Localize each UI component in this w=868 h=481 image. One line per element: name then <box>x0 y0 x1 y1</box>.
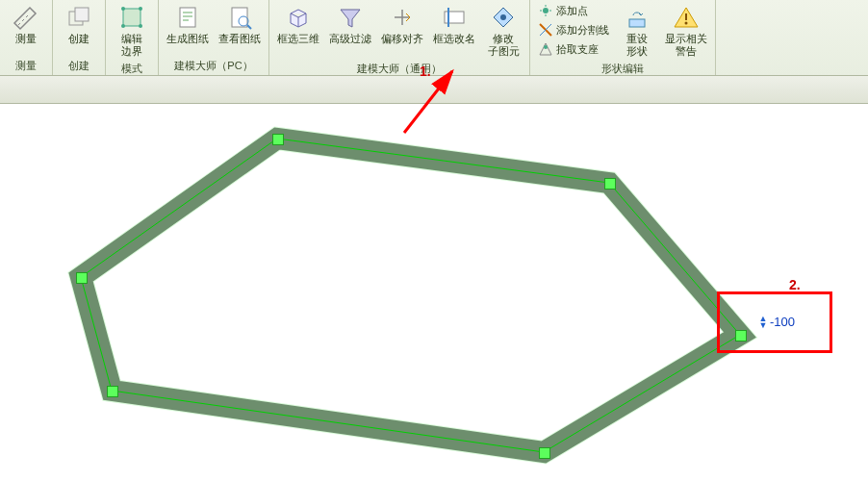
add-point-label: 添加点 <box>556 3 588 18</box>
view-sheet-button[interactable]: 查看图纸 <box>215 2 265 47</box>
group-label-create: 创建 <box>57 57 101 75</box>
view-sheet-label: 查看图纸 <box>218 33 261 45</box>
add-split-button[interactable]: 添加分割线 <box>534 21 613 38</box>
frame-3d-label: 框选三维 <box>277 33 319 45</box>
rename-icon <box>441 4 468 31</box>
edit-boundary-label: 编辑 边界 <box>121 33 142 58</box>
svg-point-4 <box>139 7 142 11</box>
pick-support-label: 拾取支座 <box>556 41 599 57</box>
group-label-pc: 建模大师（PC） <box>163 57 265 75</box>
svg-point-3 <box>121 7 125 11</box>
warn-icon <box>673 4 700 31</box>
svg-point-11 <box>500 14 506 20</box>
measure-icon <box>13 4 39 31</box>
pick-support-icon <box>538 41 553 57</box>
advanced-filter-button[interactable]: 高级过滤 <box>325 2 375 47</box>
svg-rect-2 <box>123 9 140 26</box>
vertex-handle[interactable] <box>604 178 616 190</box>
group-pc: 生成图纸 查看图纸 建模大师（PC） <box>159 0 269 75</box>
svg-rect-1 <box>75 8 89 21</box>
modify-sub-button[interactable]: 修改 子图元 <box>481 2 525 60</box>
frame-rename-label: 框选改名 <box>433 33 475 45</box>
reset-shape-button[interactable]: 重设 形状 <box>615 2 659 60</box>
create-button[interactable]: 创建 <box>57 2 101 47</box>
create-icon <box>65 4 92 31</box>
vertex-handle[interactable] <box>107 386 118 397</box>
stepper-down-icon[interactable]: ▼ <box>759 322 768 329</box>
frame-3d-icon <box>285 4 312 31</box>
edit-boundary-button[interactable]: 编辑 边界 <box>110 2 154 60</box>
create-label: 创建 <box>68 33 89 45</box>
show-warn-button[interactable]: 显示相关 警告 <box>661 2 711 60</box>
add-point-icon <box>538 3 553 18</box>
group-general: 框选三维 高级过滤 偏移对齐 框选改名 <box>269 0 530 75</box>
vertex-handle[interactable] <box>539 447 550 459</box>
offset-align-icon <box>389 4 416 31</box>
edit-boundary-icon <box>118 4 145 31</box>
svg-point-6 <box>139 24 142 28</box>
reset-shape-label: 重设 形状 <box>626 33 648 58</box>
stepper-arrows[interactable]: ▲ ▼ <box>758 316 768 329</box>
gen-sheet-button[interactable]: 生成图纸 <box>163 2 213 47</box>
elevation-input[interactable] <box>770 315 808 329</box>
measure-label: 测量 <box>15 33 37 45</box>
svg-rect-7 <box>180 8 195 27</box>
svg-point-13 <box>544 45 548 49</box>
drawing-canvas[interactable]: 1. 2. ▲ ▼ <box>0 104 868 481</box>
offset-align-label: 偏移对齐 <box>381 33 423 45</box>
modify-sub-label: 修改 子图元 <box>488 33 520 58</box>
pick-support-button[interactable]: 拾取支座 <box>534 40 613 58</box>
add-point-button[interactable]: 添加点 <box>534 2 613 19</box>
add-split-icon <box>538 22 553 38</box>
elevation-input-group: ▲ ▼ <box>758 315 808 329</box>
svg-point-15 <box>685 22 688 25</box>
advanced-filter-label: 高级过滤 <box>329 33 371 45</box>
measure-button[interactable]: 测量 <box>4 2 48 47</box>
annotation-label-1: 1. <box>420 63 431 79</box>
add-split-label: 添加分割线 <box>556 22 609 38</box>
group-shape-edit: 添加点 添加分割线 拾取支座 <box>530 0 716 75</box>
svg-point-12 <box>543 8 549 13</box>
group-mode: 编辑 边界 模式 <box>106 0 159 75</box>
group-label-mode: 模式 <box>110 60 154 78</box>
group-label-general: 建模大师（通用） <box>273 60 525 78</box>
gen-sheet-icon <box>174 4 201 31</box>
frame-3d-button[interactable]: 框选三维 <box>273 2 323 47</box>
vertex-handle[interactable] <box>272 134 284 145</box>
show-warn-label: 显示相关 警告 <box>665 33 707 58</box>
group-create: 创建 创建 <box>53 0 106 75</box>
reset-shape-icon <box>624 4 651 31</box>
filter-icon <box>337 4 364 31</box>
group-label-shape: 形状编辑 <box>534 60 711 78</box>
vertex-handle[interactable] <box>76 272 88 284</box>
view-sheet-icon <box>226 4 253 31</box>
group-measure: 测量 测量 <box>0 0 53 75</box>
svg-point-5 <box>121 24 125 28</box>
group-label-measure: 测量 <box>4 57 48 75</box>
offset-align-button[interactable]: 偏移对齐 <box>377 2 427 47</box>
frame-rename-button[interactable]: 框选改名 <box>429 2 479 47</box>
svg-rect-14 <box>629 19 645 27</box>
modify-sub-icon <box>490 4 517 31</box>
ribbon-toolbar: 测量 测量 创建 创建 编辑 边界 模式 <box>0 0 868 76</box>
options-bar <box>0 76 868 104</box>
annotation-label-2: 2. <box>789 277 801 292</box>
gen-sheet-label: 生成图纸 <box>166 33 209 45</box>
